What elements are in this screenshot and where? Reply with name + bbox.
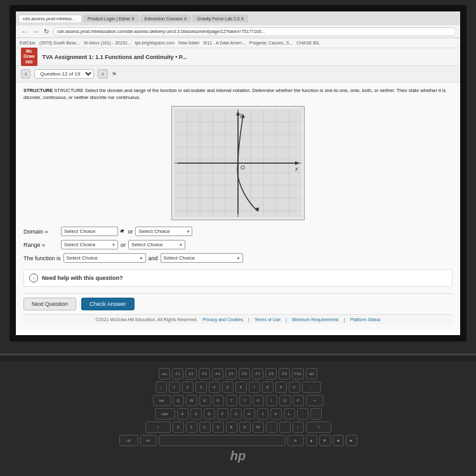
key-f[interactable]: F bbox=[217, 408, 228, 420]
domain-select2[interactable]: Select Choice bbox=[135, 227, 192, 236]
key-fn[interactable]: fn bbox=[288, 435, 304, 446]
terms-link[interactable]: Terms of Use bbox=[255, 317, 281, 322]
key-s[interactable]: S bbox=[190, 408, 202, 420]
key-p[interactable]: P bbox=[293, 395, 304, 406]
key-quote[interactable]: ' bbox=[310, 408, 322, 420]
tab-active[interactable]: cdn.assess.prod.mheducation.com bbox=[18, 15, 82, 22]
key-f8[interactable]: F8 bbox=[265, 368, 277, 380]
key-9[interactable]: 9 bbox=[275, 381, 287, 393]
privacy-link[interactable]: Privacy and Cookies bbox=[202, 317, 243, 322]
key-esc[interactable]: esc bbox=[159, 368, 170, 380]
function-select2[interactable]: Select Choice bbox=[161, 253, 243, 263]
key-g[interactable]: G bbox=[230, 408, 242, 420]
back-button[interactable]: ← bbox=[20, 28, 29, 35]
key-c[interactable]: C bbox=[199, 421, 211, 433]
key-shift-l[interactable]: ⇧ bbox=[145, 421, 171, 433]
tab-3[interactable]: Edmonton Courses X bbox=[140, 15, 192, 22]
key-a[interactable]: A bbox=[177, 408, 188, 420]
key-e[interactable]: E bbox=[199, 395, 211, 406]
key-r[interactable]: R bbox=[213, 395, 224, 406]
key-f6[interactable]: F6 bbox=[239, 368, 250, 380]
domain-select1[interactable]: Select Choice bbox=[61, 227, 118, 236]
key-y[interactable]: Y bbox=[239, 395, 251, 406]
key-8[interactable]: 8 bbox=[262, 381, 274, 393]
tab-4[interactable]: Gravity Force Lab 2.0 X bbox=[192, 15, 248, 22]
key-x[interactable]: X bbox=[186, 421, 197, 433]
key-comma[interactable]: , bbox=[266, 421, 277, 433]
key-down[interactable]: ▼ bbox=[319, 435, 331, 446]
key-slash[interactable]: / bbox=[293, 421, 304, 433]
key-f10[interactable]: F10 bbox=[292, 368, 303, 380]
check-answer-btn[interactable]: Check Answer bbox=[81, 298, 135, 310]
key-f2[interactable]: F2 bbox=[185, 368, 197, 380]
next-question-button[interactable]: › bbox=[98, 69, 107, 79]
refresh-button[interactable]: ↻ bbox=[43, 28, 50, 35]
key-i[interactable]: I bbox=[266, 395, 277, 406]
key-o[interactable]: O bbox=[279, 395, 291, 406]
key-semicolon[interactable]: ; bbox=[297, 408, 308, 420]
range-select2[interactable]: Select Choice bbox=[128, 240, 185, 249]
key-5[interactable]: 5 bbox=[222, 381, 234, 393]
key-1[interactable]: 1 bbox=[169, 381, 180, 393]
key-w[interactable]: W bbox=[186, 395, 197, 406]
question-select[interactable]: Question 12 of 19 bbox=[34, 69, 94, 79]
key-b[interactable]: B bbox=[226, 421, 237, 433]
key-h[interactable]: H bbox=[244, 408, 255, 420]
bookmark-8[interactable]: CHASE BIL bbox=[296, 41, 320, 45]
key-n[interactable]: N bbox=[239, 421, 251, 433]
key-v[interactable]: V bbox=[213, 421, 224, 433]
key-tab[interactable]: tab bbox=[153, 395, 171, 406]
key-f4[interactable]: F4 bbox=[212, 368, 223, 380]
bookmark-5[interactable]: New folder bbox=[178, 41, 199, 45]
key-left[interactable]: ◄ bbox=[333, 435, 344, 446]
bookmark-1[interactable]: EdIClub bbox=[20, 41, 36, 45]
tab-2[interactable]: Product Login | Edme X bbox=[83, 15, 139, 22]
key-q[interactable]: Q bbox=[173, 395, 184, 406]
key-tilde[interactable]: ~ bbox=[155, 381, 167, 393]
key-j[interactable]: J bbox=[257, 408, 268, 420]
bookmark-7[interactable]: Progeria: Causes, S... bbox=[249, 41, 293, 45]
key-z[interactable]: Z bbox=[173, 421, 184, 433]
bookmark-4[interactable]: tps.brightspace.com bbox=[135, 41, 175, 45]
key-l[interactable]: L bbox=[284, 408, 295, 420]
key-ctrl[interactable]: ctrl bbox=[119, 435, 138, 446]
key-space[interactable] bbox=[159, 435, 286, 446]
forward-button[interactable]: → bbox=[31, 28, 40, 35]
next-question-btn[interactable]: Next Question bbox=[23, 298, 76, 310]
key-0[interactable]: 0 bbox=[289, 381, 300, 393]
help-circle-icon[interactable]: › bbox=[29, 274, 38, 282]
key-f7[interactable]: F7 bbox=[252, 368, 263, 380]
key-u[interactable]: U bbox=[253, 395, 264, 406]
key-k[interactable]: K bbox=[270, 408, 282, 420]
prev-question-button[interactable]: ‹ bbox=[21, 69, 30, 79]
help-section[interactable]: › Need help with this question? bbox=[23, 269, 453, 287]
key-backspace[interactable]: ← bbox=[302, 381, 321, 393]
key-2[interactable]: 2 bbox=[182, 381, 194, 393]
key-d[interactable]: D bbox=[204, 408, 215, 420]
key-up[interactable]: ▲ bbox=[306, 435, 317, 446]
key-f5[interactable]: F5 bbox=[225, 368, 237, 380]
function-select1[interactable]: Select Choice bbox=[63, 253, 146, 263]
key-6[interactable]: 6 bbox=[235, 381, 247, 393]
requirements-link[interactable]: Minimum Requirements bbox=[292, 317, 339, 322]
bookmark-6[interactable]: 9/11 - A Date Ameri... bbox=[204, 41, 246, 45]
key-f3[interactable]: F3 bbox=[199, 368, 210, 380]
key-caps[interactable]: caps bbox=[155, 408, 175, 420]
key-t[interactable]: T bbox=[226, 395, 237, 406]
key-f9[interactable]: F9 bbox=[279, 368, 290, 380]
bookmark-3[interactable]: M inbox (161) - 20232... bbox=[84, 41, 131, 45]
key-7[interactable]: 7 bbox=[249, 381, 260, 393]
key-shift-r[interactable]: ⇧ bbox=[306, 421, 331, 433]
key-enter[interactable]: ↵ bbox=[306, 395, 324, 406]
key-alt[interactable]: alt bbox=[140, 435, 157, 446]
key-m[interactable]: M bbox=[253, 421, 264, 433]
bookmark-2[interactable]: (3979) South Beac... bbox=[39, 41, 80, 45]
key-4[interactable]: 4 bbox=[209, 381, 220, 393]
range-select1[interactable]: Select Choice bbox=[61, 240, 118, 249]
key-del[interactable]: del bbox=[306, 368, 317, 380]
platform-link[interactable]: Platform Status bbox=[350, 317, 381, 322]
address-bar[interactable]: cdn.assess.prod.mheducation.com/dle-asse… bbox=[53, 27, 456, 36]
key-right[interactable]: ► bbox=[346, 435, 357, 446]
key-period[interactable]: . bbox=[279, 421, 291, 433]
key-f1[interactable]: F1 bbox=[172, 368, 183, 380]
